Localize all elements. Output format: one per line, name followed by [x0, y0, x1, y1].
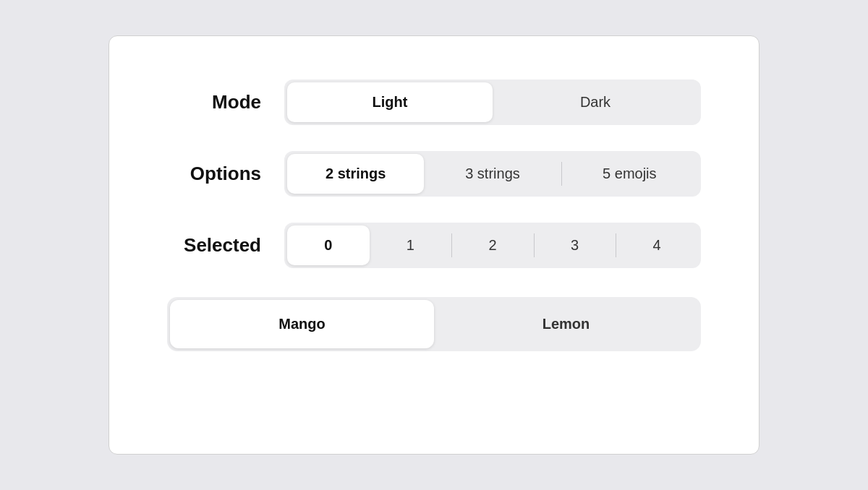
bottom-segment-control: Mango Lemon — [167, 297, 701, 351]
bottom-mango-button[interactable]: Mango — [170, 300, 434, 348]
selected-0-button[interactable]: 0 — [287, 225, 370, 265]
selected-1-button[interactable]: 1 — [370, 225, 452, 265]
mode-dark-button[interactable]: Dark — [493, 82, 698, 122]
selected-3-button[interactable]: 3 — [534, 225, 616, 265]
options-label: Options — [167, 163, 261, 185]
options-3strings-button[interactable]: 3 strings — [424, 154, 561, 194]
mode-row: Mode Light Dark — [167, 79, 701, 125]
bottom-lemon-button[interactable]: Lemon — [434, 300, 698, 348]
options-5emojis-button[interactable]: 5 emojis — [561, 154, 698, 194]
options-segment-control: 2 strings 3 strings 5 emojis — [284, 151, 701, 197]
selected-4-button[interactable]: 4 — [616, 225, 698, 265]
mode-segment-control: Light Dark — [284, 79, 701, 125]
settings-section: Mode Light Dark Options 2 strings 3 stri… — [167, 79, 701, 268]
options-row: Options 2 strings 3 strings 5 emojis — [167, 151, 701, 197]
settings-card: Mode Light Dark Options 2 strings 3 stri… — [109, 35, 760, 455]
options-2strings-button[interactable]: 2 strings — [287, 154, 424, 194]
selected-segment-control: 0 1 2 3 4 — [284, 223, 701, 268]
selected-label: Selected — [167, 234, 261, 257]
mode-light-button[interactable]: Light — [287, 82, 493, 122]
mode-label: Mode — [167, 91, 261, 113]
selected-2-button[interactable]: 2 — [451, 225, 534, 265]
selected-row: Selected 0 1 2 3 4 — [167, 223, 701, 268]
